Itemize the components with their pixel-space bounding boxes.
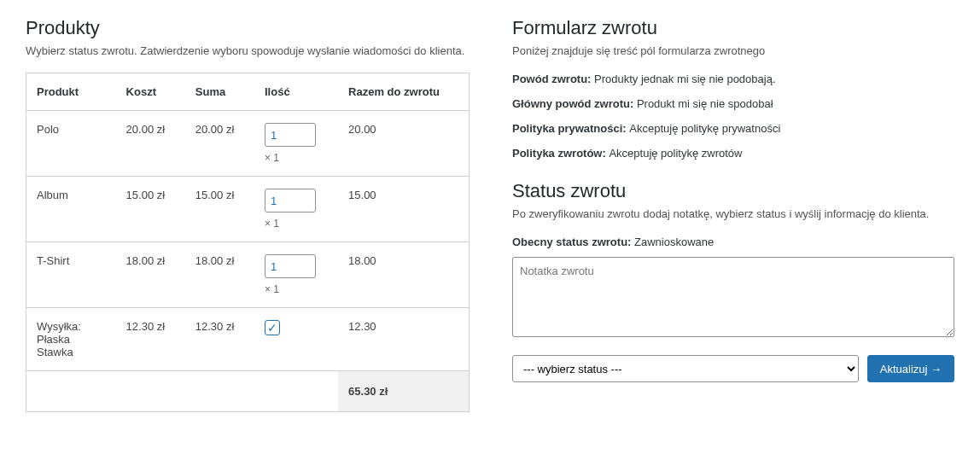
- col-total-return: Razem do zwrotu: [338, 73, 469, 111]
- update-button[interactable]: Aktualizuj →: [867, 355, 954, 382]
- cell-product: T-Shirt: [26, 242, 116, 308]
- form-field-line: Polityka prywatności: Akceptuję politykę…: [512, 122, 954, 135]
- table-row: T-Shirt18.00 zł18.00 zł× 118.00: [26, 242, 470, 308]
- form-field-label: Polityka zwrotów:: [512, 147, 609, 160]
- status-select[interactable]: --- wybierz status ---: [512, 355, 859, 382]
- products-table: Produkt Koszt Suma Ilość Razem do zwrotu…: [26, 73, 470, 412]
- cell-cost: 12.30 zł: [116, 308, 185, 371]
- status-section: Status zwrotu Po zweryfikowaniu zwrotu d…: [512, 180, 954, 382]
- form-field-line: Główny powód zwrotu: Produkt mi się nie …: [512, 97, 954, 110]
- cell-sum: 15.00 zł: [185, 177, 254, 242]
- qty-input[interactable]: [265, 123, 316, 147]
- cell-qty: × 1: [254, 242, 338, 308]
- table-row: Wysyłka: Płaska Stawka12.30 zł12.30 zł✓1…: [26, 308, 470, 371]
- cell-sum: 18.00 zł: [185, 242, 254, 308]
- current-status-line: Obecny status zwrotu: Zawnioskowane: [512, 236, 954, 248]
- cell-product: Album: [26, 177, 116, 242]
- form-panel: Formularz zwrotu Poniżej znajduje się tr…: [512, 17, 954, 412]
- col-qty: Ilość: [254, 73, 338, 111]
- cell-cost: 20.00 zł: [116, 111, 185, 177]
- cell-total: 15.00: [338, 177, 469, 242]
- total-empty: [26, 371, 339, 412]
- form-field-label: Polityka prywatności:: [512, 122, 629, 135]
- qty-input[interactable]: [265, 254, 316, 278]
- status-title: Status zwrotu: [512, 180, 954, 202]
- form-field-value: Akceptuję politykę prywatności: [629, 122, 780, 135]
- cell-qty: ✓: [254, 308, 338, 371]
- current-status-value: Zawnioskowane: [634, 236, 714, 248]
- form-field-value: Akceptuję politykę zwrotów: [609, 147, 742, 160]
- cell-total: 20.00: [338, 111, 469, 177]
- cell-sum: 20.00 zł: [185, 111, 254, 177]
- cell-cost: 18.00 zł: [116, 242, 185, 308]
- products-title: Produkty: [26, 17, 470, 39]
- cell-total: 12.30: [338, 308, 469, 371]
- form-title: Formularz zwrotu: [512, 17, 954, 39]
- qty-note: × 1: [265, 152, 328, 164]
- col-cost: Koszt: [116, 73, 185, 111]
- col-product: Produkt: [26, 73, 116, 111]
- cell-qty: × 1: [254, 111, 338, 177]
- cell-sum: 12.30 zł: [185, 308, 254, 371]
- products-subtitle: Wybierz status zwrotu. Zatwierdzenie wyb…: [26, 44, 470, 57]
- products-panel: Produkty Wybierz status zwrotu. Zatwierd…: [26, 17, 470, 412]
- qty-note: × 1: [265, 283, 328, 295]
- return-note-textarea[interactable]: [512, 257, 954, 337]
- qty-note: × 1: [265, 218, 328, 230]
- cell-product: Wysyłka: Płaska Stawka: [26, 308, 116, 371]
- col-sum: Suma: [185, 73, 254, 111]
- form-subtitle: Poniżej znajduje się treść pól formularz…: [512, 44, 954, 57]
- form-field-label: Powód zwrotu:: [512, 73, 594, 85]
- cell-cost: 15.00 zł: [116, 177, 185, 242]
- cell-total: 18.00: [338, 242, 469, 308]
- cell-product: Polo: [26, 111, 116, 177]
- current-status-label: Obecny status zwrotu:: [512, 236, 631, 248]
- table-row: Polo20.00 zł20.00 zł× 120.00: [26, 111, 470, 177]
- form-field-label: Główny powód zwrotu:: [512, 97, 637, 110]
- form-field-value: Produkt mi się nie spodobał: [637, 97, 773, 110]
- cell-qty: × 1: [254, 177, 338, 242]
- form-field-value: Produkty jednak mi się nie podobają.: [594, 73, 775, 85]
- shipping-checkbox[interactable]: ✓: [265, 320, 280, 335]
- grand-total: 65.30 zł: [338, 371, 469, 412]
- form-field-line: Powód zwrotu: Produkty jednak mi się nie…: [512, 73, 954, 85]
- form-field-line: Polityka zwrotów: Akceptuję politykę zwr…: [512, 147, 954, 160]
- qty-input[interactable]: [265, 189, 316, 212]
- status-subtitle: Po zweryfikowaniu zwrotu dodaj notatkę, …: [512, 207, 954, 220]
- table-row: Album15.00 zł15.00 zł× 115.00: [26, 177, 470, 242]
